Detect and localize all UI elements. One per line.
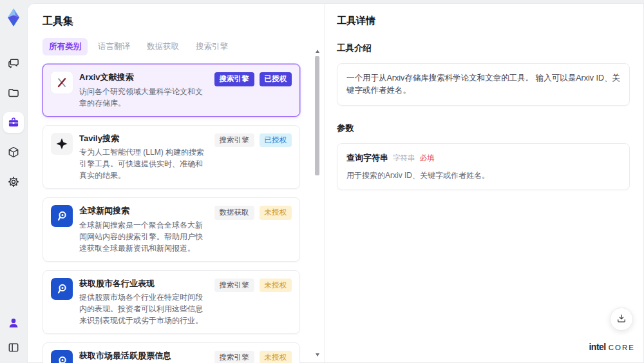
category-tabs: 所有类别 语言翻译 数据获取 搜索引擎 <box>43 38 308 55</box>
param-description: 用于搜索的Arxiv ID、关键字或作者姓名。 <box>346 170 620 181</box>
category-badge: 搜索引擎 <box>214 133 254 148</box>
tool-icon <box>51 72 73 93</box>
tool-info: Tavily搜索 专为人工智能代理 (LLM) 构建的搜索引擎工具。可快速提供实… <box>79 133 208 182</box>
auth-status-badge: 未授权 <box>260 206 292 220</box>
tool-badges: 搜索引擎 已授权 <box>214 72 292 86</box>
rail-item-settings[interactable] <box>3 172 24 192</box>
tool-description: 访问各个研究领域大量科学论文和文章的存储库。 <box>79 86 208 109</box>
download-button[interactable] <box>610 308 633 331</box>
intro-heading: 工具介绍 <box>337 43 630 54</box>
rail-item-packages[interactable] <box>3 142 24 162</box>
app-logo <box>3 6 24 28</box>
tool-card[interactable]: Tavily搜索 专为人工智能代理 (LLM) 构建的搜索引擎工具。可快速提供实… <box>43 125 300 190</box>
auth-status-badge: 已授权 <box>260 133 292 148</box>
tool-card[interactable]: Arxiv文献搜索 访问各个研究领域大量科学论文和文章的存储库。 搜索引擎 已授… <box>43 64 300 117</box>
rail-item-account[interactable] <box>3 313 24 333</box>
user-icon <box>7 317 20 329</box>
tool-cards: Arxiv文献搜索 访问各个研究领域大量科学论文和文章的存储库。 搜索引擎 已授… <box>43 64 308 363</box>
param-name: 查询字符串 <box>346 152 388 164</box>
main-content: 工具集 所有类别 语言翻译 数据获取 搜索引擎 <box>27 3 644 363</box>
tavily-star-icon <box>55 137 68 150</box>
tool-description: 专为人工智能代理 (LLM) 构建的搜索引擎工具。可快速提供实时、准确和真实的结… <box>79 146 208 181</box>
tool-description: 全球新闻搜索是一个聚合全球各大新闻网站内容的搜索引擎。帮助用户快速获取全球最新资… <box>79 219 208 254</box>
download-icon <box>616 313 627 326</box>
toolbox-icon <box>7 116 20 129</box>
rail-item-chat[interactable] <box>3 53 24 74</box>
category-tab[interactable]: 搜索引擎 <box>189 38 234 55</box>
folder-icon <box>7 86 20 99</box>
category-badge: 搜索引擎 <box>214 279 254 293</box>
params-list: 查询字符串 字符串 必填 用于搜索的Arxiv ID、关键字或作者姓名。 <box>337 143 630 190</box>
param-required-flag: 必填 <box>420 153 435 163</box>
arxiv-icon <box>55 76 68 89</box>
page-title: 工具集 <box>43 15 308 28</box>
auth-status-badge: 已授权 <box>260 72 292 86</box>
tool-name: 获取股市各行业表现 <box>79 278 208 289</box>
left-rail <box>0 0 27 363</box>
param-type: 字符串 <box>393 153 415 163</box>
tool-description: 提供股票市场各个行业在特定时间段内的表现。投资者可以利用这些信息来识别表现优于或… <box>79 291 208 326</box>
scroll-down-arrow-icon[interactable] <box>316 353 319 357</box>
detail-title: 工具详情 <box>337 15 630 27</box>
core-logo-text: CORE <box>609 344 635 351</box>
search-magnifier-icon <box>55 355 68 363</box>
category-tab[interactable]: 数据获取 <box>140 38 185 55</box>
category-badge: 搜索引擎 <box>214 72 254 86</box>
tool-name: 获取市场最活跃股票信息 <box>79 350 208 362</box>
tool-info: 获取市场最活跃股票信息 提供当天交易量最高的股票列表，投资者可以利用这些信息来识… <box>79 350 208 363</box>
tool-badges: 搜索引擎 未授权 <box>214 350 292 363</box>
tool-name: Tavily搜索 <box>79 133 208 144</box>
category-tab[interactable]: 所有类别 <box>43 38 88 55</box>
cube-icon <box>7 146 20 159</box>
search-magnifier-icon <box>55 282 68 295</box>
tool-badges: 搜索引擎 未授权 <box>214 278 292 293</box>
tool-name: 全球新闻搜索 <box>79 205 208 217</box>
list-scrollbar[interactable] <box>315 48 320 358</box>
tool-card[interactable]: 全球新闻搜索 全球新闻搜索是一个聚合全球各大新闻网站内容的搜索引擎。帮助用户快速… <box>43 197 300 262</box>
scrollbar-thumb[interactable] <box>315 56 319 175</box>
tool-badges: 数据获取 未授权 <box>214 205 292 220</box>
tool-info: 获取股市各行业表现 提供股票市场各个行业在特定时间段内的表现。投资者可以利用这些… <box>79 278 208 327</box>
panel-collapse-icon <box>7 341 20 354</box>
intel-core-logo: intel CORE <box>589 342 635 352</box>
gear-icon <box>7 175 20 188</box>
auth-status-badge: 未授权 <box>260 351 292 363</box>
tool-detail-panel: 工具详情 工具介绍 一个用于从Arxiv存储库搜索科学论文和文章的工具。 输入可… <box>325 3 644 363</box>
tool-icon <box>51 278 73 300</box>
intel-logo-text: intel <box>589 342 605 352</box>
rail-item-collapse[interactable] <box>3 337 24 358</box>
search-magnifier-icon <box>55 210 68 222</box>
rail-item-files[interactable] <box>3 83 24 103</box>
tool-icon <box>51 350 73 363</box>
rail-item-tools[interactable] <box>3 112 24 133</box>
auth-status-badge: 未授权 <box>260 279 292 293</box>
chat-icon <box>7 57 20 70</box>
param-card: 查询字符串 字符串 必填 用于搜索的Arxiv ID、关键字或作者姓名。 <box>337 143 630 190</box>
tool-card[interactable]: 获取市场最活跃股票信息 提供当天交易量最高的股票列表，投资者可以利用这些信息来识… <box>43 342 300 363</box>
tool-card[interactable]: 获取股市各行业表现 提供股票市场各个行业在特定时间段内的表现。投资者可以利用这些… <box>43 270 300 335</box>
tool-list-panel: 工具集 所有类别 语言翻译 数据获取 搜索引擎 <box>27 3 325 363</box>
category-badge: 搜索引擎 <box>214 351 254 363</box>
tool-name: Arxiv文献搜索 <box>79 72 208 83</box>
category-badge: 数据获取 <box>214 206 254 220</box>
scroll-up-arrow-icon[interactable] <box>316 50 319 53</box>
params-heading: 参数 <box>337 123 630 134</box>
tool-intro-text: 一个用于从Arxiv存储库搜索科学论文和文章的工具。 输入可以是Arxiv ID… <box>337 63 630 106</box>
tool-info: Arxiv文献搜索 访问各个研究领域大量科学论文和文章的存储库。 <box>79 72 208 109</box>
tool-badges: 搜索引擎 已授权 <box>214 133 292 148</box>
tool-icon <box>51 205 73 227</box>
tool-info: 全球新闻搜索 全球新闻搜索是一个聚合全球各大新闻网站内容的搜索引擎。帮助用户快速… <box>79 205 208 254</box>
tool-icon <box>51 133 73 155</box>
category-tab[interactable]: 语言翻译 <box>91 38 137 55</box>
